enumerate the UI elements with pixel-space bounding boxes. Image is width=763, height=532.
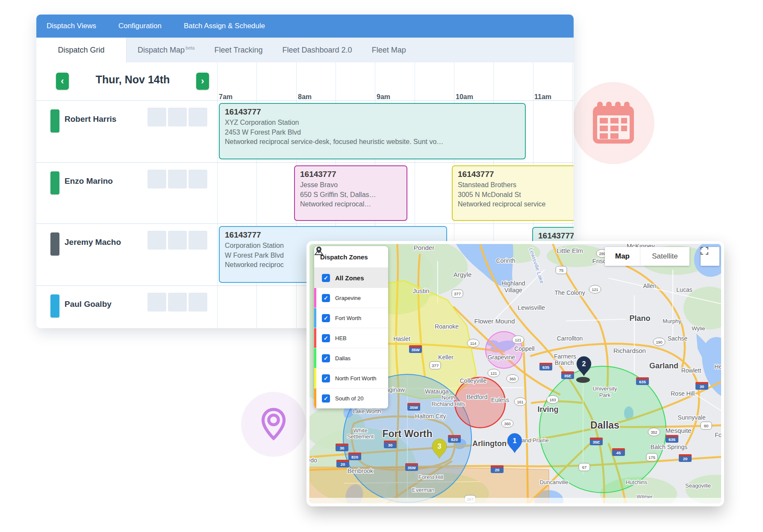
- tab-fleet-tracking[interactable]: Fleet Tracking: [214, 46, 262, 55]
- road-badge-183: 183: [547, 396, 559, 404]
- zone-item-south-of-20[interactable]: ✓South of 20: [314, 388, 388, 409]
- svg-text:175: 175: [648, 455, 655, 460]
- zones-list: ✓All Zones✓Grapevine✓Fort Worth✓HEB✓Dall…: [314, 268, 388, 409]
- svg-text:30: 30: [700, 384, 704, 389]
- event-id: 16143777: [300, 170, 401, 179]
- svg-text:35E: 35E: [564, 373, 572, 378]
- schedule-event[interactable]: 16143777XYZ Corporation Station2453 W Fo…: [219, 103, 526, 159]
- tab-fleet-map[interactable]: Fleet Map: [372, 46, 406, 55]
- driver-status-bar: [50, 171, 59, 194]
- road-badge-635: 635: [636, 377, 649, 385]
- dispatch-app-screenshot: Disptach ViewsConfigurationBatch Assign …: [0, 0, 763, 532]
- zone-checkbox[interactable]: ✓: [322, 394, 330, 403]
- road-badge-35W: 35W: [405, 463, 418, 471]
- map-label-arlington: Arlington: [472, 439, 507, 448]
- map-canvas[interactable]: 35W35W35W35E35E6356356353030308208202020…: [309, 244, 721, 503]
- schedule-event[interactable]: 16143777Stanstead Brothers3005 N McDonal…: [452, 165, 574, 221]
- road-badge-45: 45: [612, 448, 625, 456]
- map-label-lucas: Lucas: [676, 286, 692, 293]
- event-detail-line: Stanstead Brothers: [458, 180, 571, 190]
- tab-dispatch-map[interactable]: Dispatch Mapbeta: [138, 45, 194, 55]
- next-day-button[interactable]: ›: [196, 73, 209, 90]
- date-label: Thur, Nov 14th: [72, 73, 193, 86]
- schedule-event[interactable]: 16143777Jesse Bravo650 S Griffin St, Dal…: [294, 165, 407, 221]
- road-badge-360: 360: [507, 375, 518, 383]
- zone-item-north-fort-worth[interactable]: ✓North Fort Worth: [314, 368, 388, 388]
- tab-dispatch-grid[interactable]: Dispatch Grid: [36, 38, 127, 63]
- map-label-bedford: Bedford: [466, 394, 487, 400]
- map-label-mesquite: Mesquite: [666, 427, 692, 434]
- road-badge-35W: 35W: [409, 345, 422, 353]
- dispatch-zones-header: Dispatch Zones: [314, 246, 388, 268]
- grid-vline: [256, 62, 257, 328]
- tab-fleet-dashboard-2-0[interactable]: Fleet Dashboard 2.0: [283, 46, 352, 55]
- map-label-white: White: [353, 427, 367, 434]
- road-badge-121: 121: [589, 285, 601, 294]
- map-label-wylie: Wylie: [692, 325, 705, 332]
- zone-color-bar: [314, 348, 316, 368]
- driver-name: Robert Harris: [65, 115, 116, 124]
- road-badge-190: 190: [653, 338, 665, 346]
- map-label-rowlett: Rowlett: [681, 367, 701, 374]
- map-label-haltom-city: Haltom City: [415, 413, 446, 420]
- svg-text:30: 30: [340, 446, 345, 450]
- date-navigation: ‹ Thur, Nov 14th ›: [36, 62, 217, 100]
- map-label-richardson: Richardson: [613, 347, 646, 354]
- event-detail-line: XYZ Corporation Station: [225, 118, 520, 128]
- zone-item-dallas[interactable]: ✓Dallas: [314, 348, 388, 368]
- map-label-plano: Plano: [629, 314, 650, 323]
- event-detail-line: Networked reciprocal service: [458, 200, 571, 209]
- road-badge-820: 820: [448, 435, 461, 443]
- map-attribution-bar: [309, 498, 721, 503]
- svg-text:35E: 35E: [593, 440, 600, 444]
- zone-label: HEB: [335, 335, 347, 341]
- road-badge-175: 175: [646, 453, 657, 461]
- road-badge-121: 121: [488, 369, 500, 377]
- placeholder-chip: [168, 231, 187, 250]
- placeholder-chip: [189, 293, 207, 312]
- map-label-argyle: Argyle: [454, 271, 472, 278]
- map-type-toggle: Map Satellite: [605, 247, 689, 266]
- zone-item-heb[interactable]: ✓HEB: [314, 328, 388, 348]
- svg-text:635: 635: [639, 379, 646, 384]
- map-label-richland-hills: Richland Hills: [432, 401, 465, 407]
- zone-item-grapevine[interactable]: ✓Grapevine: [314, 288, 388, 308]
- road-badge-377: 377: [430, 362, 441, 369]
- zone-checkbox[interactable]: ✓: [322, 374, 330, 382]
- map-label-roanoke: Roanoke: [435, 323, 459, 330]
- placeholder-chip: [147, 108, 166, 126]
- zone-checkbox[interactable]: ✓: [322, 354, 330, 362]
- map-label-highland: Highland: [501, 280, 525, 287]
- satellite-view-button[interactable]: Satellite: [640, 247, 689, 266]
- map-label-flower-mound: Flower Mound: [474, 317, 515, 325]
- marker-shadow: [576, 377, 590, 383]
- previous-day-button[interactable]: ‹: [56, 73, 69, 90]
- zone-label: Dallas: [335, 355, 351, 362]
- zone-label: South of 20: [335, 395, 364, 402]
- driver-status-bar: [50, 294, 59, 317]
- zone-checkbox[interactable]: ✓: [322, 334, 330, 342]
- nav-item-2[interactable]: Batch Assign & Schedule: [184, 22, 265, 30]
- nav-item-0[interactable]: Disptach Views: [47, 22, 96, 30]
- road-badge-35E: 35E: [590, 438, 603, 445]
- zone-checkbox[interactable]: ✓: [322, 294, 330, 302]
- road-badge-80: 80: [701, 422, 712, 429]
- map-view-button[interactable]: Map: [605, 247, 640, 266]
- map-label-justin: Justin: [412, 287, 429, 294]
- road-badge-360: 360: [501, 420, 513, 428]
- zones-map-pin-icon: [314, 246, 324, 256]
- fullscreen-button[interactable]: [701, 247, 719, 266]
- zone-checkbox[interactable]: ✓: [322, 274, 330, 282]
- zone-item-fort-worth[interactable]: ✓Fort Worth: [314, 308, 388, 328]
- zone-item-all-zones[interactable]: ✓All Zones: [314, 268, 388, 288]
- road-badge-35W: 35W: [407, 403, 420, 411]
- placeholder-chip: [168, 293, 187, 312]
- map-label-ponder: Ponder: [414, 244, 434, 251]
- map-label-aledo: Aledo: [309, 457, 317, 464]
- zone-checkbox[interactable]: ✓: [322, 314, 330, 322]
- svg-text:3: 3: [438, 442, 442, 450]
- nav-item-1[interactable]: Configuration: [118, 22, 162, 30]
- svg-text:820: 820: [351, 455, 358, 459]
- map-label-haslet: Haslet: [393, 335, 410, 342]
- road-badge-820: 820: [348, 453, 361, 460]
